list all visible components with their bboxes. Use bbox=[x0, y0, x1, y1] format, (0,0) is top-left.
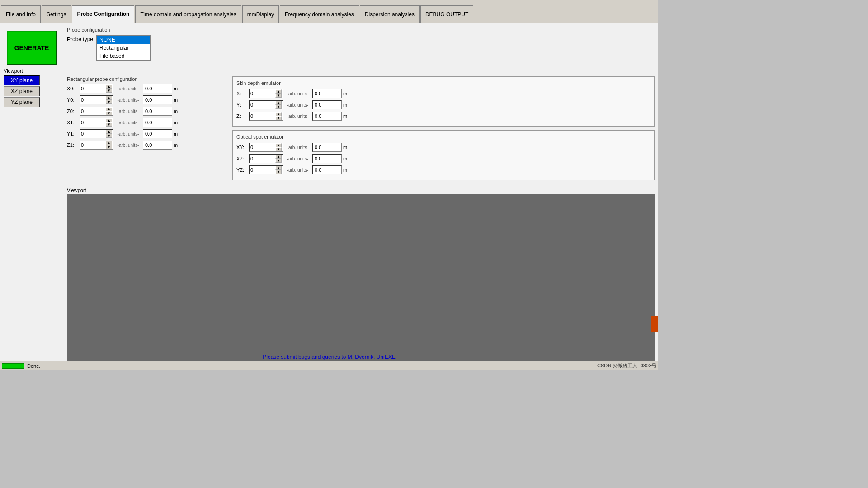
y0-down[interactable]: ▼ bbox=[106, 100, 112, 104]
rect-probe-config: Rectangular probe configuration X0: ▲ ▼ … bbox=[67, 76, 225, 184]
x1-up[interactable]: ▲ bbox=[106, 118, 112, 122]
y0-value[interactable] bbox=[143, 95, 172, 104]
optical-spot-emulator: Optical spot emulator XY: ▲ ▼ -arb. unit bbox=[232, 130, 655, 180]
footer-area: Please submit bugs and queries to M. Dvo… bbox=[0, 354, 658, 360]
tab-debug[interactable]: DEBUG OUTPUT bbox=[420, 5, 473, 23]
skin-z-input[interactable] bbox=[250, 113, 275, 119]
z0-spinner[interactable]: ▲ ▼ bbox=[80, 107, 113, 116]
skin-x-value[interactable] bbox=[312, 89, 342, 98]
optical-yz-value[interactable] bbox=[312, 165, 342, 174]
progress-bar bbox=[2, 363, 24, 369]
tab-time-domain[interactable]: Time domain and propagation analysies bbox=[135, 5, 241, 23]
dropdown-option-file-based[interactable]: File based bbox=[97, 52, 150, 60]
skin-y-row: Y: ▲ ▼ -arb. units- m bbox=[236, 100, 651, 110]
indicator-btn-1[interactable] bbox=[651, 316, 658, 324]
skin-z-value[interactable] bbox=[312, 112, 342, 121]
x0-down[interactable]: ▼ bbox=[106, 89, 112, 93]
optical-xy-down[interactable]: ▼ bbox=[275, 147, 282, 151]
skin-y-spinner[interactable]: ▲ ▼ bbox=[249, 100, 283, 109]
skin-y-up[interactable]: ▲ bbox=[275, 101, 282, 105]
dropdown-option-rectangular[interactable]: Rectangular bbox=[97, 44, 150, 52]
y0-units: -arb. units- bbox=[113, 98, 143, 103]
yz-plane-button[interactable]: YZ plane bbox=[4, 97, 40, 107]
x0-spinner[interactable]: ▲ ▼ bbox=[80, 84, 113, 93]
viewport-section-label: Viewport bbox=[67, 188, 655, 193]
z0-up[interactable]: ▲ bbox=[106, 107, 112, 111]
tab-mm-display[interactable]: mmDisplay bbox=[242, 5, 279, 23]
rect-config-title: Rectangular probe configuration bbox=[67, 76, 225, 82]
skin-z-down[interactable]: ▼ bbox=[275, 116, 282, 120]
z0-value[interactable] bbox=[143, 107, 172, 116]
skin-x-down[interactable]: ▼ bbox=[275, 94, 282, 98]
x1-spinner[interactable]: ▲ ▼ bbox=[80, 118, 113, 127]
optical-xz-value[interactable] bbox=[312, 154, 342, 163]
tab-dispersion[interactable]: Dispersion analysies bbox=[360, 5, 420, 23]
y0-spinner[interactable]: ▲ ▼ bbox=[80, 95, 113, 104]
skin-z-spinner[interactable]: ▲ ▼ bbox=[249, 112, 283, 121]
x1-value[interactable] bbox=[143, 118, 172, 127]
tab-freq-domain[interactable]: Frequency domain analysies bbox=[280, 5, 359, 23]
skin-z-unit: m bbox=[343, 113, 347, 119]
z1-down[interactable]: ▼ bbox=[106, 145, 112, 149]
field-label-y0: Y0: bbox=[67, 97, 80, 103]
tab-file-info[interactable]: File and Info bbox=[1, 5, 41, 23]
z1-units: -arb. units- bbox=[113, 143, 143, 148]
optical-yz-down[interactable]: ▼ bbox=[275, 170, 282, 174]
optical-xy-up[interactable]: ▲ bbox=[275, 143, 282, 147]
dropdown-option-none[interactable]: NONE bbox=[97, 36, 150, 44]
watermark-text: CSDN @搬砖工人_0803号 bbox=[597, 362, 656, 369]
y1-arrows: ▲ ▼ bbox=[106, 130, 112, 138]
skin-x-up[interactable]: ▲ bbox=[275, 89, 282, 94]
footer-link[interactable]: Please submit bugs and queries to M. Dvo… bbox=[263, 354, 395, 360]
optical-xy-spinner[interactable]: ▲ ▼ bbox=[249, 143, 283, 152]
z1-spinner[interactable]: ▲ ▼ bbox=[80, 141, 113, 150]
optical-yz-spinner[interactable]: ▲ ▼ bbox=[249, 165, 283, 174]
y0-input[interactable] bbox=[81, 97, 106, 103]
optical-yz-up[interactable]: ▲ bbox=[275, 166, 282, 170]
skin-y-units: -arb. units- bbox=[283, 103, 312, 108]
z0-units: -arb. units- bbox=[113, 109, 143, 114]
optical-xy-input[interactable] bbox=[250, 145, 275, 150]
z1-input[interactable] bbox=[81, 142, 106, 148]
y1-down[interactable]: ▼ bbox=[106, 134, 112, 138]
skin-y-input[interactable] bbox=[250, 102, 275, 108]
y0-unit: m bbox=[174, 97, 178, 103]
x0-value[interactable] bbox=[143, 84, 172, 93]
y0-up[interactable]: ▲ bbox=[106, 96, 112, 100]
optical-yz-input[interactable] bbox=[250, 167, 275, 173]
skin-x-input[interactable] bbox=[250, 91, 275, 96]
optical-xz-input[interactable] bbox=[250, 156, 275, 161]
optical-xz-spinner[interactable]: ▲ ▼ bbox=[249, 154, 283, 163]
optical-xz-down[interactable]: ▼ bbox=[275, 159, 282, 163]
field-label-z1: Z1: bbox=[67, 142, 80, 148]
indicator-btn-2[interactable] bbox=[651, 324, 658, 332]
optical-xz-up[interactable]: ▲ bbox=[275, 155, 282, 159]
skin-x-spinner[interactable]: ▲ ▼ bbox=[249, 89, 283, 98]
xz-plane-button[interactable]: XZ plane bbox=[4, 86, 40, 96]
skin-y-value[interactable] bbox=[312, 100, 342, 109]
left-panel: GENERATE Viewport XY plane XZ plane YZ p… bbox=[0, 23, 63, 112]
field-row-x0: X0: ▲ ▼ -arb. units- m bbox=[67, 84, 225, 94]
tab-settings[interactable]: Settings bbox=[42, 5, 71, 23]
tab-probe-config[interactable]: Probe Configuration bbox=[72, 5, 134, 23]
skin-z-up[interactable]: ▲ bbox=[275, 112, 282, 116]
y1-up[interactable]: ▲ bbox=[106, 130, 112, 134]
optical-xz-units: -arb. units- bbox=[283, 156, 312, 161]
statusbar: Done. CSDN @搬砖工人_0803号 bbox=[0, 361, 658, 370]
z0-input[interactable] bbox=[81, 108, 106, 114]
skin-y-down[interactable]: ▼ bbox=[275, 105, 282, 109]
z1-value[interactable] bbox=[143, 141, 172, 150]
optical-xy-value[interactable] bbox=[312, 143, 342, 152]
xy-plane-button[interactable]: XY plane bbox=[4, 75, 40, 85]
z0-down[interactable]: ▼ bbox=[106, 111, 112, 115]
y1-spinner[interactable]: ▲ ▼ bbox=[80, 129, 113, 138]
optical-xz-label: XZ: bbox=[236, 156, 249, 161]
x1-down[interactable]: ▼ bbox=[106, 122, 112, 127]
y1-input[interactable] bbox=[81, 131, 106, 136]
x1-input[interactable] bbox=[81, 120, 106, 125]
generate-button[interactable]: GENERATE bbox=[7, 31, 57, 65]
z1-up[interactable]: ▲ bbox=[106, 141, 112, 145]
y1-value[interactable] bbox=[143, 129, 172, 138]
x0-input[interactable] bbox=[81, 86, 106, 91]
x0-up[interactable]: ▲ bbox=[106, 84, 112, 89]
